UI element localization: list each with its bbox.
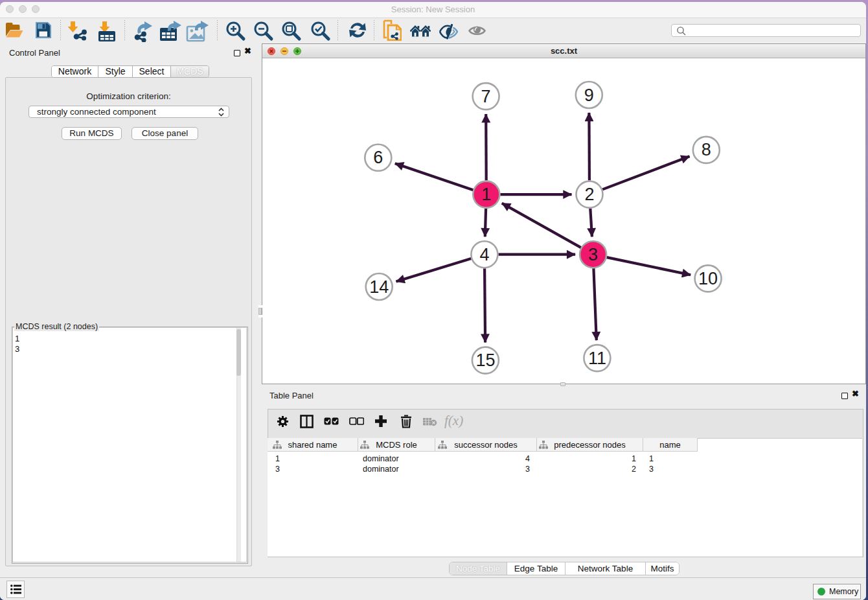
- svg-text:6: 6: [373, 148, 383, 167]
- svg-text:15: 15: [475, 351, 495, 370]
- svg-text:7: 7: [481, 87, 491, 106]
- svg-text:9: 9: [584, 86, 594, 105]
- svg-text:2: 2: [584, 185, 594, 204]
- svg-text:1: 1: [481, 185, 491, 204]
- svg-text:10: 10: [698, 269, 718, 288]
- svg-text:11: 11: [588, 349, 606, 368]
- svg-text:3: 3: [588, 245, 598, 264]
- svg-text:8: 8: [702, 140, 711, 159]
- svg-text:14: 14: [369, 277, 389, 297]
- svg-text:4: 4: [479, 245, 489, 264]
